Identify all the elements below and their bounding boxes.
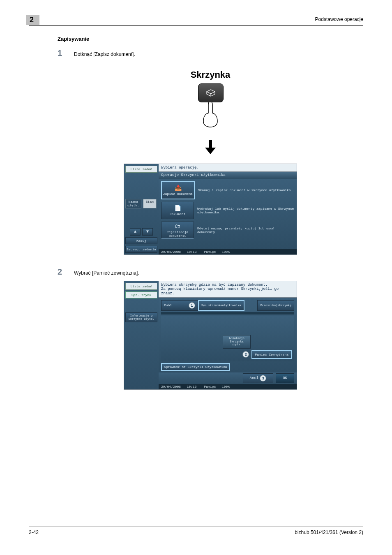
box-icon <box>198 83 224 102</box>
folder-doc-icon: 📄 <box>174 206 181 211</box>
folder-save-icon: 📥 <box>175 185 182 191</box>
screen1-section-head: Operacje Skrzynki użytkownika <box>159 172 297 178</box>
screen1-prompt: Wybierz operację. <box>159 164 297 172</box>
screen1-time: 10:13 <box>187 250 196 254</box>
task-details-button[interactable]: Szczeg. zadania <box>125 246 157 253</box>
tab-username[interactable]: Nazwa użytk. <box>125 199 141 208</box>
enter-box-number-button[interactable]: Sprowadź nr Skrzynki Użytkownika <box>161 363 230 371</box>
document-desc: Wydrukuj lub wyślij dokumenty zapisane w… <box>197 207 294 214</box>
step-1-text: Dotknąć [Zapisz dokument]. <box>74 50 135 57</box>
section-title: Zapisywanie <box>58 36 363 42</box>
screen2-mem-value: 100% <box>222 385 230 388</box>
save-document-label: Zapisz dokument <box>163 192 193 196</box>
arrow-down-icon <box>58 140 363 155</box>
callout-1: 1 <box>189 302 195 309</box>
tab-status[interactable]: Stan <box>143 199 157 208</box>
list-tasks-button-2[interactable]: Lista zadań <box>125 283 157 290</box>
screen2-prompt: Wybierz skrzynkę gdzie ma być zapisany d… <box>159 281 297 298</box>
folder-edit-icon: 🗂 <box>175 224 180 229</box>
callout-3: 3 <box>260 375 266 382</box>
screen1-mem-label: Pamięć <box>204 250 216 254</box>
screen2-mem-label: Pamięć <box>204 385 216 388</box>
cancel-label: Anul <box>250 376 259 380</box>
cancel-button[interactable]: Anul 3 <box>243 373 274 383</box>
footer-page: 2-42 <box>29 530 39 535</box>
tab-system-userbox[interactable]: Sys.skrzynkaużytkownika <box>198 300 244 311</box>
step-1-number: 1 <box>58 49 74 58</box>
list-tasks-button[interactable]: Lista zadań <box>125 166 157 173</box>
screen1-mem-value: 100% <box>222 250 230 254</box>
svg-rect-2 <box>209 140 212 148</box>
tab-public[interactable]: Publ. 1 <box>161 300 198 311</box>
tab-search-box-label: Przeszukajskrzynkę <box>260 304 291 307</box>
screen2-sidebar: Lista zadań Spr. trybu Inforomacje o Skr… <box>124 281 159 389</box>
box-selection-area: Adnotacja Skrzynka użytk. 2 Pamieć Zewnę… <box>161 316 294 361</box>
chapter-marker: 2 <box>26 15 39 25</box>
screenshot-1: Lista zadań Nazwa użytk. Stan ▲ ▼ Kasuj … <box>124 164 297 255</box>
screen1-sidebar: Lista zadań Nazwa użytk. Stan ▲ ▼ Kasuj … <box>124 164 159 254</box>
save-document-desc: Skanuj i zapisz dokument w skrzynce użyt… <box>198 188 294 192</box>
tab-search-box[interactable]: Przeszukajskrzynkę <box>257 300 294 311</box>
header-section: Podstawowe operacje <box>315 16 363 22</box>
scroll-up-button[interactable]: ▲ <box>130 228 141 236</box>
callout-2: 2 <box>242 351 249 358</box>
register-document-desc: Edytuj nazwę, przenieś, kopiuj lub usuń … <box>197 227 294 234</box>
save-document-button[interactable]: 📥 Zapisz dokument <box>161 181 195 199</box>
external-memory-button[interactable]: Pamieć Zewnętrzna <box>251 350 292 359</box>
skrzynka-title: Skrzynka <box>58 69 363 80</box>
header-rule <box>29 25 363 26</box>
screenshot-2: Lista zadań Spr. trybu Inforomacje o Skr… <box>124 281 297 390</box>
screen2-date: 29/04/2008 <box>161 385 181 388</box>
svg-marker-0 <box>207 90 215 94</box>
finger-icon <box>198 101 223 130</box>
tab-system-userbox-label: Sys.skrzynkaużytkownika <box>201 304 241 307</box>
step-2: 2 Wybrać [Pamieć zewnętrzna]. <box>58 267 363 277</box>
step-2-text: Wybrać [Pamieć zewnętrzna]. <box>74 268 139 276</box>
register-document-label: Rejestracja dokumentu <box>161 230 194 238</box>
screen1-date: 29/04/2008 <box>161 250 181 254</box>
step-2-number: 2 <box>58 267 74 277</box>
document-label: Dokument <box>170 212 185 216</box>
check-mode-button[interactable]: Spr. trybu <box>125 291 157 298</box>
screen1-statusbar: 29/04/2008 10:13 Pamięć 100% <box>159 249 297 254</box>
svg-marker-3 <box>205 148 216 154</box>
step-1: 1 Dotknąć [Zapisz dokument]. <box>58 49 363 58</box>
delete-button[interactable]: Kasuj <box>125 237 157 244</box>
footer-model: bizhub 501/421/361 (Version 2) <box>295 530 363 535</box>
annotation-userbox-button[interactable]: Adnotacja Skrzynka użytk. <box>223 335 251 349</box>
hardware-button-illustration <box>198 83 223 104</box>
scroll-down-button[interactable]: ▼ <box>142 228 153 236</box>
screen2-time: 10:16 <box>187 385 196 388</box>
screen2-statusbar: 29/04/2008 10:16 Pamięć 100% <box>159 384 297 389</box>
ok-button[interactable]: OK <box>276 373 294 383</box>
document-button[interactable]: 📄 Dokument <box>161 202 194 219</box>
register-document-button[interactable]: 🗂 Rejestracja dokumentu <box>161 222 194 239</box>
box-info-button[interactable]: Inforomacje o Skrzynce użytk. <box>125 312 157 322</box>
tab-public-label: Publ. <box>164 303 174 307</box>
